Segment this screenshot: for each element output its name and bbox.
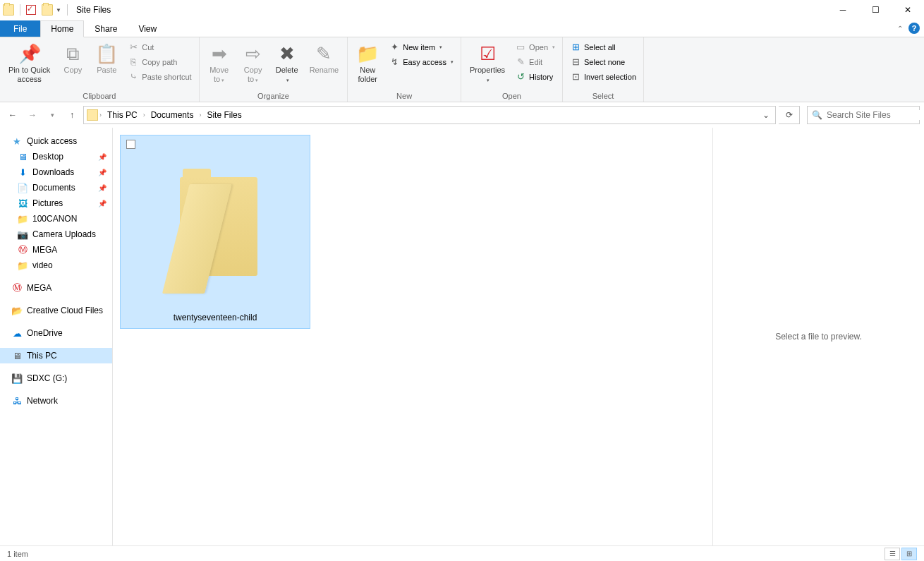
- help-icon[interactable]: ?: [908, 23, 920, 34]
- move-to-button[interactable]: ➡ Move to▾: [204, 40, 235, 86]
- collapse-ribbon-icon[interactable]: ⌃: [897, 25, 903, 32]
- delete-button[interactable]: ✖ Delete▾: [272, 40, 303, 86]
- ribbon-group-clipboard: 📌 Pin to Quick access ⧉ Copy 📋 Paste ✂Cu…: [0, 37, 200, 102]
- history-icon: ↺: [515, 71, 526, 82]
- pin-to-quick-access-button[interactable]: 📌 Pin to Quick access: [4, 40, 54, 85]
- properties-button[interactable]: ☑ Properties▾: [466, 40, 509, 86]
- minimize-button[interactable]: ─: [827, 0, 859, 20]
- sidebar-network[interactable]: 🖧Network: [0, 393, 112, 409]
- address-dropdown-icon[interactable]: ⌄: [760, 109, 772, 121]
- copy-path-button[interactable]: ⎘Copy path: [125, 55, 194, 68]
- history-button[interactable]: ↺History: [512, 70, 558, 83]
- search-input[interactable]: [827, 110, 924, 120]
- sidebar-onedrive[interactable]: ☁OneDrive: [0, 325, 112, 341]
- star-icon: ★: [11, 135, 23, 147]
- search-box[interactable]: 🔍: [807, 106, 920, 124]
- tab-file[interactable]: File: [0, 20, 40, 37]
- preview-pane: Select a file to preview.: [712, 128, 924, 545]
- new-item-button[interactable]: ✦New item▾: [386, 40, 456, 54]
- cut-icon: ✂: [128, 42, 139, 52]
- pin-icon: 📌: [18, 42, 41, 66]
- edit-button[interactable]: ✎Edit: [512, 55, 558, 68]
- sidebar-mega-sub[interactable]: ⓂMEGA: [0, 242, 112, 258]
- thumbnails-view-button[interactable]: ⊞: [901, 548, 917, 560]
- crumb-documents[interactable]: Documents: [147, 109, 198, 121]
- select-none-icon: ⊟: [570, 56, 581, 67]
- forward-button[interactable]: →: [24, 107, 41, 123]
- select-group-label: Select: [567, 90, 639, 100]
- paste-icon: 📋: [95, 42, 118, 66]
- sidebar-video[interactable]: 📁video: [0, 258, 112, 273]
- sidebar-this-pc[interactable]: 🖥This PC: [0, 348, 112, 363]
- navigation-row: ← → ▾ ↑ › This PC › Documents › Site Fil…: [0, 102, 924, 128]
- qat-divider-2: [67, 4, 68, 16]
- rename-icon: ✎: [316, 42, 332, 66]
- cut-button[interactable]: ✂Cut: [125, 40, 194, 54]
- download-icon: ⬇: [17, 167, 28, 178]
- folder-icon: 📁: [17, 260, 28, 271]
- item-checkbox[interactable]: [126, 140, 135, 149]
- qat-dropdown-icon[interactable]: ▼: [56, 7, 61, 13]
- new-folder-qat-icon[interactable]: [42, 4, 53, 16]
- sidebar-pictures[interactable]: 🖼Pictures📌: [0, 195, 112, 211]
- copy-button[interactable]: ⧉ Copy: [57, 40, 88, 76]
- recent-locations-button[interactable]: ▾: [44, 107, 61, 123]
- pc-icon: 🖥: [11, 350, 23, 361]
- crumb-sep-icon[interactable]: ›: [99, 111, 102, 119]
- up-button[interactable]: ↑: [63, 107, 80, 123]
- sidebar-documents[interactable]: 📄Documents📌: [0, 180, 112, 195]
- pin-icon: 📌: [98, 153, 107, 161]
- new-group-label: New: [352, 90, 456, 100]
- easy-access-button[interactable]: ↯Easy access▾: [386, 55, 456, 68]
- folder-icon: 📁: [17, 213, 28, 224]
- copy-to-button[interactable]: ⇨ Copy to▾: [238, 40, 269, 86]
- crumb-this-pc[interactable]: This PC: [103, 109, 142, 121]
- new-folder-button[interactable]: 📁 New folder: [352, 40, 383, 85]
- copy-to-icon: ⇨: [245, 42, 261, 66]
- refresh-button[interactable]: ⟳: [779, 106, 800, 124]
- quick-access-toolbar: ▼: [3, 4, 72, 16]
- paste-shortcut-button[interactable]: ⤷Paste shortcut: [125, 70, 194, 83]
- sidebar-creative-cloud[interactable]: 📂Creative Cloud Files: [0, 303, 112, 318]
- sidebar-sdxc[interactable]: 💾SDXC (G:): [0, 370, 112, 386]
- sidebar-quick-access[interactable]: ★Quick access: [0, 133, 112, 149]
- maximize-button[interactable]: ☐: [859, 0, 892, 20]
- select-none-button[interactable]: ⊟Select none: [567, 55, 639, 68]
- crumb-site-files[interactable]: Site Files: [202, 109, 245, 121]
- sidebar-camera-uploads[interactable]: 📷Camera Uploads: [0, 227, 112, 242]
- select-all-button[interactable]: ⊞Select all: [567, 40, 639, 54]
- open-button[interactable]: ▭Open▾: [512, 40, 558, 54]
- item-count: 1 item: [7, 550, 28, 558]
- sidebar-100canon[interactable]: 📁100CANON: [0, 211, 112, 227]
- back-button[interactable]: ←: [4, 107, 21, 123]
- pin-icon: 📌: [98, 184, 107, 192]
- details-view-button[interactable]: ☰: [885, 548, 900, 560]
- crumb-sep-icon[interactable]: ›: [143, 111, 145, 119]
- address-bar[interactable]: › This PC › Documents › Site Files ⌄: [83, 106, 776, 124]
- network-icon: 🖧: [11, 395, 23, 406]
- properties-qat-icon[interactable]: [26, 5, 36, 15]
- easy-access-icon: ↯: [389, 56, 400, 67]
- tab-home[interactable]: Home: [40, 20, 84, 37]
- navigation-pane: ★Quick access 🖥Desktop📌 ⬇Downloads📌 📄Doc…: [0, 128, 113, 545]
- folder-item[interactable]: twentyseventeen-child: [120, 135, 310, 329]
- ribbon-group-select: ⊞Select all ⊟Select none ⊡Invert selecti…: [563, 37, 644, 102]
- documents-icon: 📄: [17, 182, 28, 193]
- open-group-label: Open: [466, 90, 558, 100]
- close-button[interactable]: ✕: [892, 0, 924, 20]
- invert-selection-button[interactable]: ⊡Invert selection: [567, 70, 639, 83]
- rename-button[interactable]: ✎ Rename: [305, 40, 344, 76]
- sidebar-mega[interactable]: ⓂMEGA: [0, 280, 112, 296]
- paste-button[interactable]: 📋 Paste: [91, 40, 122, 76]
- window-title: Site Files: [76, 5, 111, 15]
- status-bar: 1 item ☰ ⊞: [0, 545, 924, 561]
- tab-share[interactable]: Share: [84, 20, 128, 37]
- tab-view[interactable]: View: [128, 20, 167, 37]
- sidebar-desktop[interactable]: 🖥Desktop📌: [0, 149, 112, 164]
- clipboard-group-label: Clipboard: [4, 90, 195, 100]
- crumb-sep-icon[interactable]: ›: [199, 111, 201, 119]
- file-list-pane[interactable]: twentyseventeen-child: [113, 128, 712, 545]
- move-to-icon: ➡: [212, 42, 227, 66]
- sidebar-downloads[interactable]: ⬇Downloads📌: [0, 164, 112, 180]
- copy-icon: ⧉: [66, 42, 80, 66]
